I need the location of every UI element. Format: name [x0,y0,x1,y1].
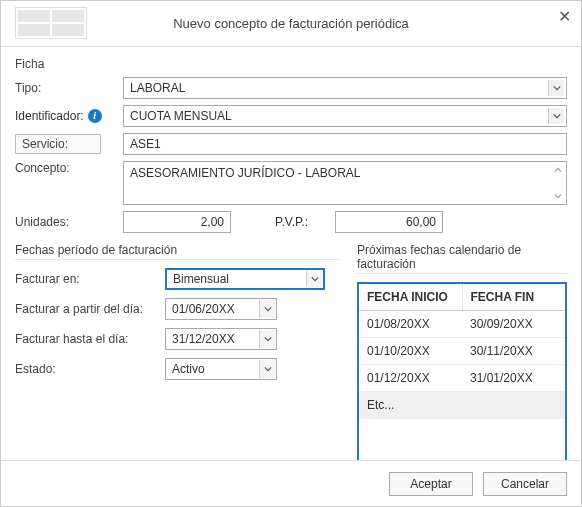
accept-button[interactable]: Aceptar [389,472,473,496]
cell-fin: 30/09/20XX [462,311,565,337]
facturar-en-label: Facturar en: [15,272,165,286]
concepto-textarea[interactable]: ASESORAMIENTO JURÍDICO - LABORAL [123,161,567,205]
unidades-value: 2,00 [201,215,224,229]
estado-value: Activo [172,362,205,376]
concepto-label: Concepto: [15,161,123,175]
scroll-down-icon[interactable] [550,188,566,204]
info-icon[interactable]: i [88,109,102,123]
table-row[interactable]: 01/08/20XX 30/09/20XX [359,311,565,338]
tipo-value: LABORAL [130,81,185,95]
chevron-down-icon[interactable] [548,80,564,96]
cancel-label: Cancelar [501,477,549,491]
ficha-section-title: Ficha [15,57,567,71]
chevron-down-icon[interactable] [259,300,275,318]
calendario-section-title: Próximas fechas calendario de facturació… [357,243,567,274]
pvp-input[interactable]: 60,00 [335,211,443,233]
col-inicio-header[interactable]: FECHA INICIO [359,284,463,310]
tipo-label: Tipo: [15,81,123,95]
table-row-etc: Etc... [359,392,565,419]
concepto-scrollbar[interactable] [550,162,566,204]
chevron-down-icon[interactable] [259,360,275,378]
servicio-value: ASE1 [130,137,161,151]
etc-text: Etc... [359,392,565,418]
cancel-button[interactable]: Cancelar [483,472,567,496]
facturar-en-value: Bimensual [173,272,229,286]
dialog-title: Nuevo concepto de facturación periódica [173,16,409,31]
chevron-down-icon[interactable] [259,330,275,348]
pvp-label: P.V.P.: [275,215,335,229]
calendario-table: FECHA INICIO FECHA FIN 01/08/20XX 30/09/… [357,282,567,460]
accept-label: Aceptar [410,477,451,491]
cell-inicio: 01/10/20XX [359,338,462,364]
table-row[interactable]: 01/12/20XX 31/01/20XX [359,365,565,392]
periodo-section-title: Fechas período de facturación [15,243,339,260]
cell-fin: 30/11/20XX [462,338,565,364]
titlebar-icon [15,7,87,39]
chevron-down-icon[interactable] [548,108,564,124]
estado-select[interactable]: Activo [165,358,277,380]
unidades-input[interactable]: 2,00 [123,211,231,233]
facturar-hasta-label: Facturar hasta el día: [15,332,165,346]
pvp-value: 60,00 [406,215,436,229]
identificador-label: Identificador: [15,109,84,123]
facturar-hasta-value: 31/12/20XX [172,332,235,346]
identificador-select[interactable]: CUOTA MENSUAL [123,105,567,127]
facturar-desde-input[interactable]: 01/06/20XX [165,298,277,320]
facturar-desde-value: 01/06/20XX [172,302,235,316]
facturar-desde-label: Facturar a partir del día: [15,302,165,316]
dialog: Nuevo concepto de facturación periódica … [0,0,582,507]
unidades-label: Unidades: [15,215,123,229]
cell-inicio: 01/08/20XX [359,311,462,337]
cell-fin: 31/01/20XX [462,365,565,391]
facturar-en-select[interactable]: Bimensual [165,268,325,290]
estado-label: Estado: [15,362,165,376]
servicio-input[interactable]: ASE1 [123,133,567,155]
table-header: FECHA INICIO FECHA FIN [359,284,565,311]
tipo-select[interactable]: LABORAL [123,77,567,99]
dialog-body: Ficha Tipo: LABORAL Identificador: i CUO… [1,47,581,460]
facturar-hasta-input[interactable]: 31/12/20XX [165,328,277,350]
cell-inicio: 01/12/20XX [359,365,462,391]
identificador-label-wrap: Identificador: i [15,109,123,123]
titlebar: Nuevo concepto de facturación periódica … [1,1,581,47]
col-fin-header[interactable]: FECHA FIN [463,284,566,310]
scroll-up-icon[interactable] [550,162,566,178]
table-row[interactable]: 01/10/20XX 30/11/20XX [359,338,565,365]
close-icon[interactable]: ✕ [558,9,571,25]
chevron-down-icon[interactable] [306,271,322,287]
concepto-value: ASESORAMIENTO JURÍDICO - LABORAL [130,166,361,180]
dialog-footer: Aceptar Cancelar [1,460,581,506]
servicio-button[interactable]: Servicio: [15,134,101,154]
identificador-value: CUOTA MENSUAL [130,109,232,123]
